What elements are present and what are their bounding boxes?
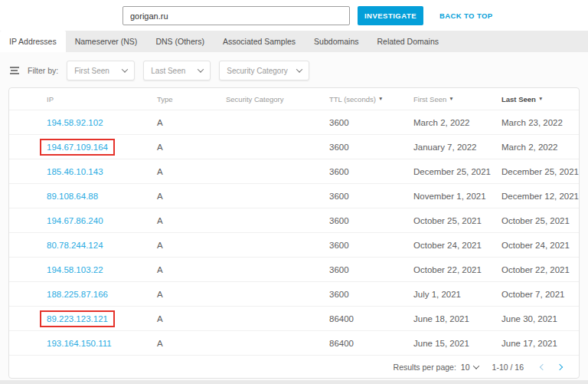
last-seen-filter-dropdown[interactable]: Last Seen xyxy=(143,61,211,80)
ip-cell: 185.46.10.143 xyxy=(47,167,157,176)
ip-cell: 188.225.87.166 xyxy=(47,290,157,299)
ip-link[interactable]: 194.67.86.240 xyxy=(47,216,103,225)
ip-link[interactable]: 194.58.92.102 xyxy=(47,118,103,127)
previous-page-button[interactable] xyxy=(536,360,550,374)
chevron-left-icon xyxy=(540,363,546,369)
ttl-cell: 3600 xyxy=(329,216,413,225)
sort-descending-icon: ▼ xyxy=(449,96,453,101)
ttl-cell: 3600 xyxy=(329,265,413,274)
first-seen-filter-dropdown[interactable]: First Seen xyxy=(67,61,135,80)
last-seen-cell: June 30, 2021 xyxy=(501,314,579,323)
next-page-button[interactable] xyxy=(553,360,567,374)
tab-bar: IP Addresses Nameserver (NS) DNS (Others… xyxy=(0,31,588,52)
ip-cell: 194.58.92.102 xyxy=(47,118,157,127)
type-cell: A xyxy=(157,241,226,250)
ip-cell: 89.223.123.121 xyxy=(47,310,157,327)
ttl-cell: 3600 xyxy=(329,290,413,299)
first-seen-cell: January 7, 2022 xyxy=(413,143,501,152)
column-header: IP▼ xyxy=(47,95,157,103)
type-cell: A xyxy=(157,118,226,127)
table-header-row: IP▼ Type▼ Security Category▼ TTL (second… xyxy=(9,88,579,110)
filter-by-label: Filter by: xyxy=(28,66,58,75)
first-seen-cell: November 1, 2021 xyxy=(413,192,501,201)
security-category-filter-dropdown[interactable]: Security Category xyxy=(219,61,309,80)
ip-link[interactable]: 89.108.64.88 xyxy=(47,192,98,201)
last-seen-cell: October 24, 2021 xyxy=(501,241,579,250)
ip-link[interactable]: 80.78.244.124 xyxy=(47,241,103,250)
tab-dns-others[interactable]: DNS (Others) xyxy=(146,31,214,52)
last-seen-cell: October 22, 2021 xyxy=(501,265,579,274)
chevron-down-icon xyxy=(198,66,204,72)
ip-link[interactable]: 185.46.10.143 xyxy=(47,167,103,176)
bottom-edge xyxy=(0,380,588,384)
last-seen-cell: December 12, 2021 xyxy=(501,192,579,201)
ip-link[interactable]: 188.225.87.166 xyxy=(47,290,108,299)
last-seen-cell: October 25, 2021 xyxy=(501,216,579,225)
type-cell: A xyxy=(157,192,226,201)
sort-descending-icon: ▼ xyxy=(538,96,543,101)
table-row: 188.225.87.166 A 3600 July 1, 2021 Octob… xyxy=(9,281,579,306)
table-row: 194.67.109.164 A 3600 January 7, 2022 Ma… xyxy=(9,134,579,159)
ip-cell: 193.164.150.111 xyxy=(47,339,157,348)
ttl-cell: 3600 xyxy=(329,167,413,176)
last-seen-cell: March 23, 2022 xyxy=(501,118,579,127)
table-row: 194.58.103.22 A 3600 October 22, 2021 Oc… xyxy=(9,257,579,281)
search-input[interactable] xyxy=(122,6,350,25)
table-row: 194.67.86.240 A 3600 October 25, 2021 Oc… xyxy=(9,208,579,232)
results-per-page-select[interactable]: 10 xyxy=(461,363,479,372)
type-cell: A xyxy=(157,290,226,299)
page-range-label: 1-10 / 16 xyxy=(492,363,524,372)
table-row: 89.223.123.121 A 86400 June 18, 2021 Jun… xyxy=(9,306,579,330)
type-cell: A xyxy=(157,265,226,274)
last-seen-filter-label: Last Seen xyxy=(151,67,185,75)
results-per-page-label: Results per page: xyxy=(394,363,456,372)
ip-link[interactable]: 194.67.109.164 xyxy=(40,139,115,156)
last-seen-cell: March 2, 2022 xyxy=(501,143,579,152)
type-cell: A xyxy=(157,216,226,225)
column-header[interactable]: TTL (seconds)▼ xyxy=(329,95,413,103)
ip-link[interactable]: 89.223.123.121 xyxy=(40,310,115,327)
first-seen-filter-label: First Seen xyxy=(74,67,109,75)
ip-cell: 194.67.86.240 xyxy=(47,216,157,225)
chevron-down-icon xyxy=(472,363,479,369)
first-seen-cell: July 1, 2021 xyxy=(413,290,501,299)
table-row: 89.108.64.88 A 3600 November 1, 2021 Dec… xyxy=(9,183,579,208)
tab-related-domains[interactable]: Related Domains xyxy=(368,31,448,52)
column-header[interactable]: First Seen▼ xyxy=(413,95,501,103)
tab-subdomains[interactable]: Subdomains xyxy=(305,31,368,52)
chevron-down-icon xyxy=(122,66,128,72)
last-seen-cell: June 17, 2021 xyxy=(501,339,579,348)
table-row: 193.164.150.111 A 86400 June 15, 2021 Ju… xyxy=(9,330,579,355)
first-seen-cell: December 25, 2021 xyxy=(413,167,501,176)
tab-ip-addresses[interactable]: IP Addresses xyxy=(0,31,66,52)
ip-cell: 194.58.103.22 xyxy=(47,265,157,274)
ip-addresses-table: IP▼ Type▼ Security Category▼ TTL (second… xyxy=(8,87,580,379)
table-row: 185.46.10.143 A 3600 December 25, 2021 D… xyxy=(9,159,579,183)
top-bar: INVESTIGATE BACK TO TOP xyxy=(0,0,588,31)
first-seen-cell: October 22, 2021 xyxy=(413,265,501,274)
table-footer: Results per page: 10 1-10 / 16 xyxy=(9,355,579,378)
filter-row: Filter by: First Seen Last Seen Security… xyxy=(0,52,588,80)
investigate-button[interactable]: INVESTIGATE xyxy=(358,6,423,25)
ttl-cell: 86400 xyxy=(329,339,413,348)
first-seen-cell: October 25, 2021 xyxy=(413,216,501,225)
column-header: Type▼ xyxy=(157,95,226,103)
last-seen-cell: December 25, 2021 xyxy=(501,167,579,176)
tab-associated-samples[interactable]: Associated Samples xyxy=(214,31,305,52)
ttl-cell: 3600 xyxy=(329,118,413,127)
column-header[interactable]: Last Seen▼ xyxy=(501,95,579,103)
table-body: 194.58.92.102 A 3600 March 2, 2022 March… xyxy=(9,110,579,355)
type-cell: A xyxy=(157,167,226,176)
security-category-filter-label: Security Category xyxy=(227,67,287,75)
tab-nameserver-ns[interactable]: Nameserver (NS) xyxy=(66,31,147,52)
content-area: Filter by: First Seen Last Seen Security… xyxy=(0,52,588,380)
table-row: 194.58.92.102 A 3600 March 2, 2022 March… xyxy=(9,110,579,134)
ip-link[interactable]: 193.164.150.111 xyxy=(47,339,112,348)
type-cell: A xyxy=(157,143,226,152)
back-to-top-link[interactable]: BACK TO TOP xyxy=(439,11,493,20)
ip-cell: 80.78.244.124 xyxy=(47,241,157,250)
ttl-cell: 86400 xyxy=(329,314,413,323)
sort-descending-icon: ▼ xyxy=(378,96,383,101)
type-cell: A xyxy=(157,314,226,323)
ip-link[interactable]: 194.58.103.22 xyxy=(47,265,103,274)
